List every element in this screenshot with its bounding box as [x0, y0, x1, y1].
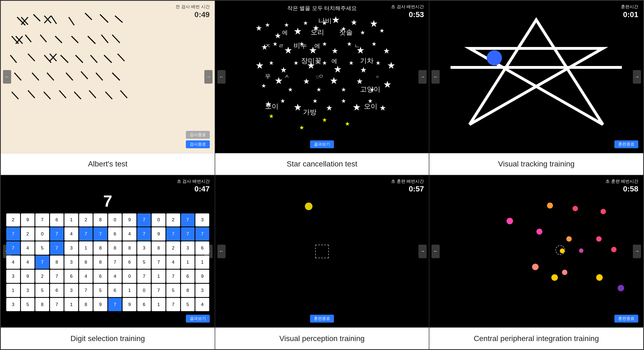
digit-cell[interactable]: 0	[123, 270, 136, 283]
digit-cell[interactable]: 7	[166, 227, 180, 241]
digit-cell[interactable]: 9	[21, 270, 35, 283]
digit-cell[interactable]: 4	[108, 270, 122, 283]
digit-cell[interactable]: 9	[152, 227, 165, 241]
digit-cell[interactable]: 1	[79, 241, 93, 255]
digit-cell[interactable]: 7	[35, 256, 49, 269]
digit-cell[interactable]: 0	[137, 284, 151, 297]
digit-cell[interactable]: 6	[50, 284, 64, 297]
digit-cell[interactable]: 4	[21, 241, 35, 255]
digit-cell[interactable]: 1	[152, 270, 165, 283]
digit-cell[interactable]: 7	[93, 227, 107, 241]
digit-cell[interactable]: 8	[152, 241, 165, 255]
digit-cell[interactable]: 7	[108, 256, 122, 269]
digit-cell[interactable]: 5	[35, 284, 49, 297]
digit-cell[interactable]: 2	[166, 213, 180, 227]
digit-cell[interactable]: 6	[195, 241, 209, 255]
perception-nav-left[interactable]: ←	[217, 245, 226, 258]
digit-cell[interactable]: 3	[195, 213, 209, 227]
digit-cell[interactable]: 4	[21, 256, 35, 269]
digit-cell[interactable]: 1	[195, 256, 209, 269]
digit-result-btn[interactable]: 결과보기	[186, 315, 210, 323]
digit-cell[interactable]: 1	[152, 298, 165, 311]
digit-cell[interactable]: 3	[195, 284, 209, 297]
digit-cell[interactable]: 7	[137, 213, 151, 227]
digit-cell[interactable]: 6	[64, 270, 78, 283]
digit-cell[interactable]: 8	[93, 213, 107, 227]
digit-cell[interactable]: 2	[21, 227, 35, 241]
digit-cell[interactable]: 8	[50, 256, 64, 269]
digit-cell[interactable]: 6	[123, 256, 136, 269]
digit-cell[interactable]: 3	[64, 241, 78, 255]
digit-cell[interactable]: 7	[6, 241, 20, 255]
digit-cell[interactable]: 9	[123, 298, 136, 311]
digit-cell[interactable]: 2	[35, 270, 49, 283]
digit-cell[interactable]: 7	[137, 227, 151, 241]
digit-cell[interactable]: 8	[79, 256, 93, 269]
digit-cell[interactable]: 5	[166, 284, 180, 297]
digit-cell[interactable]: 7	[181, 227, 195, 241]
digit-cell[interactable]: 6	[108, 284, 122, 297]
digit-cell[interactable]: 8	[93, 256, 107, 269]
digit-cell[interactable]: 7	[50, 227, 64, 241]
digit-cell[interactable]: 7	[152, 284, 165, 297]
digit-cell[interactable]: 7	[79, 284, 93, 297]
digit-cell[interactable]: 4	[195, 298, 209, 311]
digit-cell[interactable]: 0	[35, 227, 49, 241]
digit-cell[interactable]: 8	[79, 298, 93, 311]
digit-cell[interactable]: 7	[6, 227, 20, 241]
digit-cell[interactable]: 9	[93, 298, 107, 311]
digit-cell[interactable]: 0	[108, 213, 122, 227]
digit-cell[interactable]: 9	[123, 213, 136, 227]
digit-cell[interactable]: 1	[64, 298, 78, 311]
digit-cell[interactable]: 4	[64, 227, 78, 241]
digit-cell[interactable]: 3	[6, 298, 20, 311]
digit-cell[interactable]: 2	[6, 213, 20, 227]
digit-cell[interactable]: 7	[50, 298, 64, 311]
digit-cell[interactable]: 7	[166, 298, 180, 311]
digit-cell[interactable]: 5	[93, 284, 107, 297]
digit-cell[interactable]: 7	[35, 213, 49, 227]
digit-cell[interactable]: 7	[50, 270, 64, 283]
digit-cell[interactable]: 6	[108, 227, 122, 241]
digit-cell[interactable]: 1	[123, 284, 136, 297]
digit-cell[interactable]: 3	[181, 241, 195, 255]
digit-cell[interactable]: 3	[137, 241, 151, 255]
digit-cell[interactable]: 6	[93, 270, 107, 283]
digit-cell[interactable]: 7	[79, 227, 93, 241]
digit-cell[interactable]: 5	[181, 298, 195, 311]
digit-cell[interactable]: 6	[181, 270, 195, 283]
digit-cell[interactable]: 7	[50, 241, 64, 255]
digit-cell[interactable]: 7	[137, 270, 151, 283]
tracking-end-btn[interactable]: 훈련종료	[614, 140, 638, 148]
digit-cell[interactable]: 7	[152, 256, 165, 269]
digit-cell[interactable]: 2	[79, 213, 93, 227]
digit-cell[interactable]: 6	[137, 298, 151, 311]
alberts-stop-btn[interactable]: 검사종료	[186, 131, 210, 139]
central-end-btn[interactable]: 훈련종료	[614, 315, 638, 323]
alberts-end-btn[interactable]: 검사종료	[186, 140, 210, 148]
digit-cell[interactable]: 4	[123, 227, 136, 241]
digit-cell[interactable]: 7	[195, 227, 209, 241]
central-nav-left[interactable]: ←	[432, 245, 440, 258]
perception-nav-right[interactable]: →	[418, 245, 427, 258]
digit-cell[interactable]: 2	[166, 241, 180, 255]
digit-cell[interactable]: 3	[64, 256, 78, 269]
digit-cell[interactable]: 5	[137, 256, 151, 269]
perception-end-btn[interactable]: 훈련종료	[310, 315, 334, 323]
digit-cell[interactable]: 3	[6, 270, 20, 283]
digit-cell[interactable]: 6	[50, 213, 64, 227]
digit-cell[interactable]: 4	[79, 270, 93, 283]
digit-cell[interactable]: 4	[6, 256, 20, 269]
central-nav-right[interactable]: →	[633, 245, 641, 258]
digit-cell[interactable]: 9	[21, 213, 35, 227]
digit-cell[interactable]: 4	[166, 256, 180, 269]
digit-cell[interactable]: 8	[123, 241, 136, 255]
digit-cell[interactable]: 8	[35, 298, 49, 311]
digit-cell[interactable]: 0	[152, 213, 165, 227]
digit-cell[interactable]: 7	[181, 213, 195, 227]
digit-cell[interactable]: 8	[108, 241, 122, 255]
digit-cell[interactable]: 7	[166, 270, 180, 283]
digit-cell[interactable]: 1	[6, 284, 20, 297]
digit-cell[interactable]: 9	[195, 270, 209, 283]
digit-cell[interactable]: 7	[108, 298, 122, 311]
